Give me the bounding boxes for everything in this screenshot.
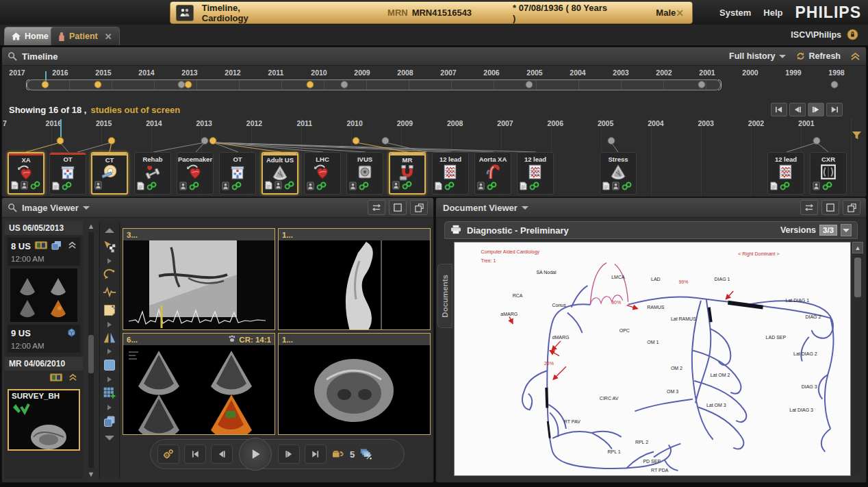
study-card-12-lead[interactable]: 12 lead xyxy=(432,152,469,195)
pager-prev-button[interactable] xyxy=(789,103,806,116)
series-section-header[interactable]: US 06/05/2013 xyxy=(5,221,83,235)
undo-tool-icon[interactable] xyxy=(103,268,116,282)
maximize-button[interactable] xyxy=(821,200,839,215)
study-dot[interactable] xyxy=(201,137,209,145)
viewport-3[interactable]: 6... CR: 14:1 xyxy=(123,333,275,435)
popout-button[interactable] xyxy=(843,200,860,215)
study-dot[interactable] xyxy=(94,81,102,88)
compare-tool-icon[interactable] xyxy=(103,332,116,346)
tab-close-icon[interactable]: ✕ xyxy=(105,32,112,42)
tool-expander-icon[interactable] xyxy=(107,405,112,412)
play-button[interactable] xyxy=(239,438,272,471)
layout-tool-icon[interactable] xyxy=(103,386,116,402)
study-dot[interactable] xyxy=(209,137,217,145)
menu-help[interactable]: Help xyxy=(763,8,782,18)
documents-side-tab[interactable]: Documents xyxy=(437,264,452,328)
maximize-button[interactable] xyxy=(389,200,407,215)
first-frame-button[interactable] xyxy=(184,445,206,464)
layers-tool-icon[interactable] xyxy=(103,414,116,430)
study-card-rehab[interactable]: Rehab xyxy=(134,152,171,195)
study-card-cxr[interactable]: CXR xyxy=(810,152,847,195)
series-section-header-mr[interactable]: MR 04/06/2010 xyxy=(5,357,83,371)
banner-close-icon[interactable]: ✕ xyxy=(676,8,684,18)
navigate-tool-icon[interactable] xyxy=(103,240,116,255)
pager-first-button[interactable] xyxy=(771,103,787,116)
study-card-xa[interactable]: XA xyxy=(8,152,44,195)
last-frame-button[interactable] xyxy=(305,445,327,464)
study-dot[interactable] xyxy=(698,81,706,88)
popout-button[interactable] xyxy=(410,200,428,215)
viewport-4[interactable]: 1... xyxy=(278,333,431,435)
study-dot[interactable] xyxy=(813,137,821,145)
stack-speed-icon[interactable] xyxy=(359,447,373,462)
report-tool-icon[interactable] xyxy=(103,303,116,319)
swap-panels-button[interactable] xyxy=(800,200,818,215)
study-card-ivus[interactable]: IVUS xyxy=(346,152,383,195)
scroll-up-icon[interactable] xyxy=(104,226,115,236)
study-card-stress[interactable]: Stress xyxy=(600,152,637,195)
study-card-pacemaker[interactable]: Pacemaker xyxy=(177,152,214,195)
viewport-2[interactable]: 1... xyxy=(278,228,431,330)
study-dot[interactable] xyxy=(831,81,839,88)
tool-expander-icon[interactable] xyxy=(107,377,112,384)
collapse-panel-icon[interactable] xyxy=(850,52,860,61)
document-page[interactable]: Computer Aided CardiologyTree: 1< Right … xyxy=(454,242,851,476)
study-card-12-lead[interactable]: 12 lead xyxy=(517,152,554,195)
study-dot[interactable] xyxy=(108,137,116,145)
study-dot[interactable] xyxy=(526,81,533,88)
pager-last-button[interactable] xyxy=(826,103,843,116)
chevron-down-icon[interactable] xyxy=(83,206,90,210)
collapse-series-icon[interactable] xyxy=(68,373,77,384)
study-dot[interactable] xyxy=(341,81,348,88)
tool-expander-icon[interactable] xyxy=(107,258,112,265)
series-item-9us[interactable]: 9 US 12:00 AM xyxy=(8,325,80,353)
ecg-tool-icon[interactable] xyxy=(103,286,116,299)
collapse-series-icon[interactable] xyxy=(68,241,77,251)
study-card-mr[interactable]: MR xyxy=(389,152,426,195)
swap-panels-button[interactable] xyxy=(368,200,385,215)
scroll-down-icon[interactable]: ▼ xyxy=(88,469,95,479)
loop-mode-icon[interactable] xyxy=(331,448,345,461)
study-dot[interactable] xyxy=(185,81,192,88)
survey-thumbnail[interactable]: SURVEY_BH xyxy=(8,389,80,451)
study-dot[interactable] xyxy=(307,81,314,88)
study-card-aorta-xa[interactable]: Aorta XA xyxy=(474,152,511,195)
study-dot[interactable] xyxy=(42,81,49,88)
lock-icon[interactable] xyxy=(847,29,858,40)
document-scrollbar[interactable]: ▲ xyxy=(852,242,863,475)
study-card-adult-us[interactable]: Adult US xyxy=(261,152,298,195)
chevron-down-icon[interactable] xyxy=(522,206,528,210)
cine-settings-button[interactable] xyxy=(157,445,179,464)
prev-frame-button[interactable] xyxy=(211,445,233,464)
timeline-range-slider[interactable] xyxy=(27,79,721,90)
study-dot[interactable] xyxy=(382,137,390,145)
scroll-up-icon[interactable]: ▲ xyxy=(88,221,95,231)
tool-expander-icon[interactable] xyxy=(107,349,112,355)
us-montage-thumbnail[interactable] xyxy=(10,269,77,322)
study-card-12-lead[interactable]: 12 lead xyxy=(767,152,804,195)
tool-expander-icon[interactable] xyxy=(107,322,112,329)
study-card-ot[interactable]: OT xyxy=(49,152,86,195)
tab-home[interactable]: Home xyxy=(4,27,56,45)
scroll-down-icon[interactable] xyxy=(104,434,115,444)
series-item-8us[interactable]: 8 US 12:00 AM xyxy=(8,238,80,266)
menu-system[interactable]: System xyxy=(719,8,751,18)
study-dot[interactable] xyxy=(353,137,360,145)
study-dot[interactable] xyxy=(57,137,64,145)
next-frame-button[interactable] xyxy=(278,445,300,464)
tab-patient[interactable]: Patient ✕ xyxy=(51,27,120,45)
doc-scroll-up-icon[interactable]: ▲ xyxy=(852,242,863,253)
versions-dropdown[interactable] xyxy=(841,224,852,236)
study-card-ct[interactable]: CT xyxy=(91,152,128,195)
study-card-lhc[interactable]: LHC xyxy=(304,152,341,195)
study-card-ot[interactable]: OT xyxy=(219,152,256,195)
pager-next-button[interactable] xyxy=(808,103,824,116)
refresh-button[interactable]: Refresh xyxy=(795,51,841,61)
filter-funnel-icon[interactable] xyxy=(852,130,862,142)
viewport-1[interactable]: 3... xyxy=(123,228,275,330)
full-history-dropdown[interactable]: Full history xyxy=(729,51,786,61)
study-dot[interactable] xyxy=(608,137,615,145)
rail-scrollbar[interactable]: ▲ ▼ xyxy=(84,221,98,479)
studies-offscreen-link[interactable]: studies out of screen xyxy=(90,105,180,115)
window-tool-icon[interactable] xyxy=(103,358,116,374)
